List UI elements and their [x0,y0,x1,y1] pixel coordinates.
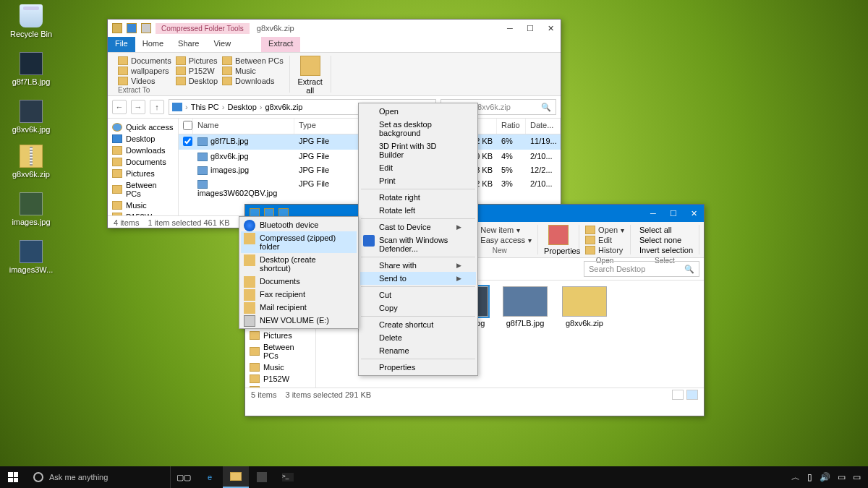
extract-all-button[interactable]: Extract all [296,56,325,95]
volume-icon[interactable]: 🔊 [820,472,830,482]
maximize-button[interactable]: ☐ [663,205,684,222]
taskbar[interactable]: Ask me anything ▢▢ e >_ ︿ ▯ 🔊 ▭ ▭ [0,466,868,488]
history-button[interactable]: History [585,245,624,255]
nav-item[interactable]: P152W [108,211,178,215]
menu-item[interactable]: Rotate right [360,191,476,204]
select-all-button[interactable]: Select all [637,225,693,235]
tab-home[interactable]: Home [135,37,171,52]
extract-target[interactable]: Documents [118,56,171,66]
edit-button[interactable]: Edit [585,235,624,245]
desktop-icon[interactable]: g8f7LB.jpg [6,52,56,86]
tab-file[interactable]: File [108,37,135,52]
menu-item[interactable]: Send to▶ [360,272,476,285]
extract-target[interactable]: P152W [176,66,218,76]
properties-button[interactable]: Properties [544,225,573,255]
menu-item[interactable]: Properties [360,361,476,374]
extract-target[interactable]: Desktop [176,76,218,86]
forward-button[interactable]: → [131,100,145,114]
invert-selection-button[interactable]: Invert selection [637,245,693,255]
menu-item[interactable]: Scan with Windows Defender... [360,234,476,255]
folder-icon [244,302,255,314]
grid-item[interactable]: g8xv6k.zip [559,286,610,328]
menu-item[interactable]: Mail recipient [241,301,357,314]
menu-item[interactable]: Documents [241,275,357,288]
nav-item[interactable]: Pictures [108,168,178,179]
menu-item[interactable]: Rotate left [360,204,476,217]
menu-item[interactable]: Share with▶ [360,259,476,272]
input-icon[interactable]: ▭ [838,472,846,482]
context-menu[interactable]: OpenSet as desktop background3D Print wi… [358,103,478,376]
system-tray[interactable]: ︿ ▯ 🔊 ▭ ▭ [784,471,868,484]
icons-view-button[interactable] [686,390,698,400]
menu-item[interactable]: Print [360,174,476,187]
menu-item[interactable]: Copy [360,301,476,314]
nav-item[interactable]: Quick access [108,121,178,133]
extract-target[interactable]: Music [222,66,284,76]
tab-share[interactable]: Share [171,37,206,52]
minimize-button[interactable]: ─ [500,20,520,37]
extract-target[interactable]: Between PCs [222,56,284,66]
maximize-button[interactable]: ☐ [520,20,540,37]
menu-item[interactable]: Cast to Device▶ [360,221,476,234]
context-submenu-sendto[interactable]: Bluetooth deviceCompressed (zipped) fold… [239,216,359,329]
search-box[interactable]: Search Desktop🔍 [584,261,699,277]
nav-item[interactable]: wallpapers [245,385,315,388]
extract-target[interactable]: wallpapers [118,66,171,76]
menu-item[interactable]: Compressed (zipped) folder [241,231,357,253]
open-button[interactable]: Open ▾ [585,225,624,235]
menu-item[interactable]: Desktop (create shortcut) [241,253,357,275]
nav-item[interactable]: Between PCs [245,341,315,361]
menu-item[interactable]: Fax recipient [241,288,357,301]
menu-item[interactable]: Cut [360,288,476,301]
nav-item[interactable]: Music [245,361,315,373]
tab-extract[interactable]: Extract [261,37,300,52]
desktop-icon[interactable]: g8xv6k.zip [6,145,56,179]
tab-view[interactable]: View [206,37,238,52]
menu-item[interactable]: NEW VOLUME (E:) [241,314,357,327]
tray-chevron-icon[interactable]: ︿ [791,471,800,484]
store-icon[interactable] [249,466,275,488]
close-button[interactable]: ✕ [540,20,561,37]
desktop-icon[interactable]: Recycle Bin [6,4,56,38]
menu-item[interactable]: Bluetooth device [241,218,357,231]
extract-target[interactable]: Downloads [222,76,284,86]
nav-item[interactable]: Music [108,200,178,211]
terminal-icon[interactable]: >_ [275,466,301,488]
extract-target[interactable]: Videos [118,76,171,86]
details-view-button[interactable] [672,390,684,400]
nav-item[interactable]: Documents [108,156,178,168]
menu-item[interactable]: Edit [360,161,476,174]
nav-item[interactable]: Downloads [108,145,178,156]
nav-item[interactable]: Between PCs [108,179,178,200]
titlebar[interactable]: Compressed Folder Tools g8xv6k.zip ─ ☐ ✕ [108,20,561,37]
task-view-button[interactable]: ▢▢ [171,466,197,488]
menu-item[interactable]: Rename [360,344,476,357]
menu-item[interactable]: Create shortcut [360,318,476,331]
cortana-icon [33,472,43,482]
grid-item[interactable]: g8f7LB.jpg [500,286,550,328]
nav-item[interactable]: P152W [245,373,315,385]
start-button[interactable] [0,466,26,488]
extract-target[interactable]: Pictures [176,56,218,66]
menu-item[interactable]: Delete [360,331,476,344]
notifications-icon[interactable]: ▭ [853,472,861,482]
menu-item[interactable]: 3D Print with 3D Builder [360,140,476,161]
network-icon[interactable]: ▯ [807,472,812,482]
cortana-search[interactable]: Ask me anything [26,466,171,488]
nav-pane[interactable]: Quick accessDesktopDownloadsDocumentsPic… [108,119,179,215]
menu-item[interactable]: Open [360,105,476,118]
explorer-icon[interactable] [223,466,249,488]
desktop-icon[interactable]: images3W... [6,240,56,274]
desktop-icon[interactable]: g8xv6k.jpg [6,100,56,134]
nav-item[interactable]: Desktop [108,133,178,145]
up-button[interactable]: ↑ [150,100,164,114]
back-button[interactable]: ← [112,100,127,114]
menu-item[interactable]: Set as desktop background [360,118,476,140]
minimize-button[interactable]: ─ [643,205,663,222]
edge-icon[interactable]: e [197,466,223,488]
select-none-button[interactable]: Select none [637,235,693,245]
desktop-icon[interactable]: images.jpg [6,192,56,226]
close-button[interactable]: ✕ [684,205,704,222]
select-all-checkbox[interactable] [183,121,192,130]
nav-item[interactable]: Pictures [245,330,315,341]
